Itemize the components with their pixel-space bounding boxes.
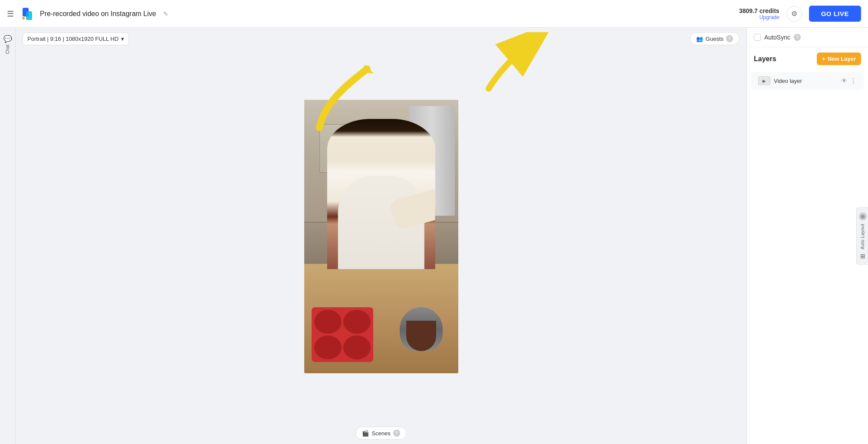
go-live-button[interactable]: GO LIVE bbox=[809, 6, 861, 22]
svg-rect-1 bbox=[26, 11, 32, 20]
scenes-help-badge: ? bbox=[393, 430, 400, 437]
new-layer-label: New Layer bbox=[828, 56, 856, 62]
counter bbox=[304, 264, 458, 373]
menu-icon[interactable]: ☰ bbox=[7, 9, 14, 19]
mixing-bowl bbox=[400, 307, 443, 351]
header-left: ☰ Pre-recorded video on Instagram Live ✎ bbox=[7, 6, 739, 22]
scenes-toolbar: 🎬 Scenes ? bbox=[355, 423, 406, 444]
layer-visibility-icon[interactable]: 👁 bbox=[841, 77, 847, 84]
canvas-area: Portrait | 9:16 | 1080x1920 FULL HD ▾ 👥 … bbox=[16, 28, 746, 444]
guests-help-badge: ? bbox=[726, 35, 733, 42]
main-layout: 💬 Chat Portrait | 9:16 | 1080x1920 FULL … bbox=[0, 28, 868, 444]
chat-icon: 💬 bbox=[3, 35, 12, 43]
chat-tab[interactable]: 💬 Chat bbox=[3, 35, 12, 54]
auto-layout-tab[interactable]: ⊕ Auto Layout ⊞ bbox=[856, 207, 868, 265]
autosync-help-badge: ? bbox=[794, 34, 801, 41]
app-logo bbox=[19, 6, 35, 22]
settings-button[interactable]: ⚙ bbox=[786, 6, 802, 22]
guests-button[interactable]: 👥 Guests ? bbox=[690, 32, 740, 45]
chat-label: Chat bbox=[5, 45, 10, 54]
edit-title-icon[interactable]: ✎ bbox=[163, 10, 168, 17]
autosync-row: AutoSync ? bbox=[747, 28, 868, 47]
chat-panel: 💬 Chat bbox=[0, 28, 16, 444]
credits-info: 3809.7 credits Upgrade bbox=[739, 7, 779, 20]
scenes-icon: 🎬 bbox=[362, 430, 369, 437]
svg-point-2 bbox=[22, 17, 25, 20]
layer-video-icon: ▶ bbox=[758, 76, 770, 85]
layers-header: Layers + New Layer bbox=[747, 47, 868, 70]
resolution-select[interactable]: Portrait | 9:16 | 1080x1920 FULL HD ▾ bbox=[23, 33, 129, 45]
upgrade-link[interactable]: Upgrade bbox=[739, 14, 779, 20]
canvas-toolbar: Portrait | 9:16 | 1080x1920 FULL HD ▾ 👥 … bbox=[16, 28, 746, 49]
layer-item[interactable]: ▶ Video layer 👁 ⋮ bbox=[751, 72, 864, 89]
autosync-checkbox[interactable] bbox=[754, 34, 761, 41]
app-header: ☰ Pre-recorded video on Instagram Live ✎… bbox=[0, 0, 868, 28]
layer-more-icon[interactable]: ⋮ bbox=[850, 77, 857, 85]
layer-item-name: Video layer bbox=[774, 78, 838, 84]
svg-marker-4 bbox=[361, 65, 374, 73]
guests-label: Guests bbox=[706, 36, 723, 42]
guests-icon: 👥 bbox=[696, 36, 703, 42]
layers-title: Layers bbox=[754, 55, 776, 63]
right-panel: AutoSync ? Layers + New Layer ▶ Video la… bbox=[746, 28, 868, 444]
autosync-label: AutoSync bbox=[764, 34, 790, 41]
canvas-center bbox=[304, 49, 458, 423]
silicone-mold bbox=[312, 307, 373, 362]
layers-panel: AutoSync ? Layers + New Layer ▶ Video la… bbox=[747, 28, 868, 444]
scenes-button[interactable]: 🎬 Scenes ? bbox=[355, 427, 406, 440]
scenes-label: Scenes bbox=[372, 430, 390, 437]
person-silhouette bbox=[327, 119, 435, 270]
new-layer-plus-icon: + bbox=[822, 56, 825, 62]
auto-layout-top-icon: ⊕ bbox=[859, 212, 867, 220]
auto-layout-label: Auto Layout bbox=[860, 224, 865, 249]
header-right: 3809.7 credits Upgrade ⚙ GO LIVE bbox=[739, 6, 861, 22]
resolution-label: Portrait | 9:16 | 1080x1920 FULL HD bbox=[27, 36, 118, 42]
auto-layout-grid-icon: ⊞ bbox=[860, 253, 865, 260]
settings-icon: ⚙ bbox=[791, 10, 797, 18]
video-preview bbox=[304, 100, 458, 373]
layer-actions: 👁 ⋮ bbox=[841, 77, 857, 85]
new-layer-button[interactable]: + New Layer bbox=[817, 53, 861, 65]
credits-amount: 3809.7 credits bbox=[739, 7, 779, 14]
page-title: Pre-recorded video on Instagram Live bbox=[40, 10, 156, 18]
chevron-down-icon: ▾ bbox=[121, 36, 124, 42]
